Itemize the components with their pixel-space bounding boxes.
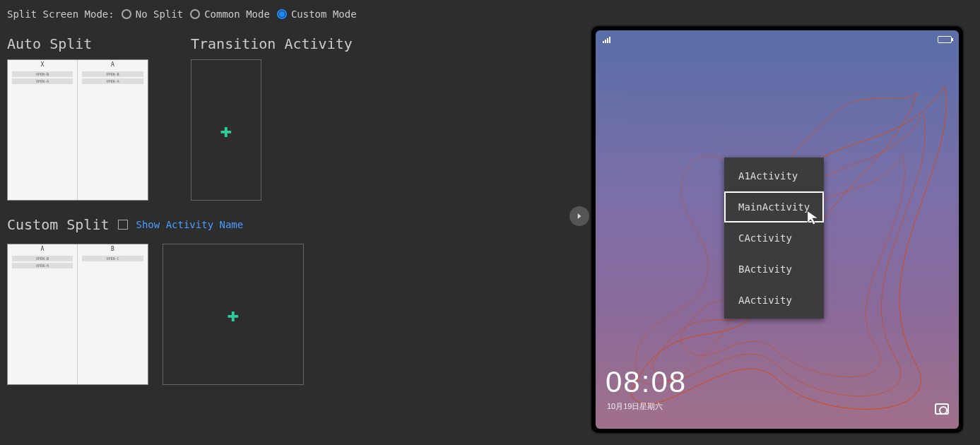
- radio-icon: [277, 9, 287, 19]
- half-header: B: [78, 246, 148, 254]
- split-half-left: A OPEN-B OPEN-A: [8, 244, 78, 384]
- camera-icon[interactable]: [935, 403, 949, 415]
- activity-item[interactable]: BActivity: [724, 254, 824, 285]
- activity-item[interactable]: A1Activity: [724, 160, 824, 191]
- status-bar: [596, 33, 959, 46]
- split-half-right: B OPEN-C: [78, 244, 148, 384]
- transition-activity-header: Transition Activity: [191, 35, 353, 52]
- radio-no-split[interactable]: No Split: [122, 8, 183, 20]
- arrow-right-button[interactable]: [569, 206, 589, 226]
- device-screen[interactable]: 08:08 10月19日星期六 A1Activity MainActivity …: [596, 30, 959, 429]
- activity-item[interactable]: AActivity: [724, 285, 824, 316]
- show-activity-name-checkbox[interactable]: [118, 220, 128, 230]
- split-half-left: X OPEN-B OPEN-A: [8, 60, 78, 200]
- half-bar: OPEN-C: [82, 256, 143, 261]
- auto-split-panel[interactable]: X OPEN-B OPEN-A A OPEN-B OPEN-A: [7, 59, 148, 201]
- radio-label: Common Mode: [204, 8, 270, 20]
- clock: 08:08: [606, 365, 687, 399]
- auto-split-header: Auto Split: [7, 35, 148, 52]
- cursor-icon: [806, 210, 822, 225]
- radio-common-mode[interactable]: Common Mode: [190, 8, 270, 20]
- radio-icon: [122, 9, 131, 19]
- radio-label: Custom Mode: [291, 8, 357, 20]
- plus-icon: ✚: [220, 119, 232, 142]
- half-bar: OPEN-A: [82, 78, 143, 84]
- show-activity-name-link[interactable]: Show Activity Name: [136, 219, 244, 230]
- add-custom-split[interactable]: ✚: [163, 244, 304, 385]
- split-half-right: A OPEN-B OPEN-A: [78, 60, 148, 200]
- half-header: A: [78, 61, 148, 70]
- activity-item[interactable]: CActivity: [724, 222, 824, 254]
- half-bar: OPEN-B: [82, 71, 143, 77]
- radio-icon: [190, 9, 200, 19]
- battery-icon: [938, 36, 952, 43]
- custom-split-header: Custom Split: [7, 216, 110, 233]
- custom-split-panel[interactable]: A OPEN-B OPEN-A B OPEN-C: [7, 244, 148, 385]
- half-bar: OPEN-B: [12, 256, 73, 261]
- half-header: A: [8, 246, 77, 254]
- add-transition-activity[interactable]: ✚: [191, 59, 261, 201]
- arrow-right-icon: [574, 211, 584, 221]
- split-mode-label: Split Screen Mode:: [7, 8, 114, 20]
- half-bar: OPEN-A: [12, 263, 73, 268]
- date: 10月19日星期六: [607, 401, 663, 412]
- half-header: X: [8, 61, 77, 70]
- plus-icon: ✚: [228, 303, 240, 326]
- signal-icon: [603, 37, 610, 43]
- radio-custom-mode[interactable]: Custom Mode: [277, 8, 357, 20]
- activity-menu[interactable]: A1Activity MainActivity CActivity BActiv…: [724, 158, 824, 319]
- radio-label: No Split: [136, 8, 183, 20]
- device-preview: 08:08 10月19日星期六 A1Activity MainActivity …: [590, 25, 964, 434]
- half-bar: OPEN-A: [12, 78, 73, 84]
- half-bar: OPEN-B: [12, 71, 73, 77]
